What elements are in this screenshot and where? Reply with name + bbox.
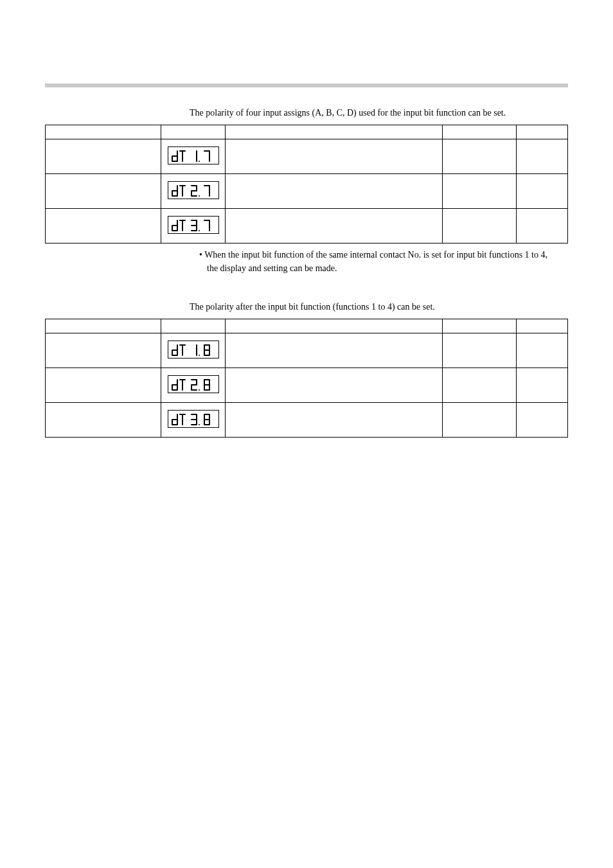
seg-display-di18 (168, 341, 219, 359)
seven-seg-icon (171, 218, 216, 233)
table-header (46, 125, 568, 139)
svg-point-4 (199, 389, 200, 391)
seg-display-di27 (168, 181, 219, 199)
table-polarity-before (45, 125, 568, 244)
seven-seg-icon (171, 342, 216, 358)
page: The polarity of four input assigns (A, B… (0, 0, 613, 438)
table-row (46, 139, 568, 174)
table-row (46, 209, 568, 244)
table-row (46, 403, 568, 438)
svg-point-5 (199, 424, 200, 425)
table-header (46, 319, 568, 333)
section1-note: • When the input bit function of the sam… (199, 249, 549, 275)
table-row (46, 368, 568, 403)
seg-display-di17 (168, 146, 219, 164)
svg-point-0 (199, 161, 200, 162)
svg-point-1 (199, 195, 200, 197)
header-rule (45, 84, 568, 87)
seven-seg-icon (171, 377, 216, 393)
section2-intro: The polarity after the input bit functio… (190, 301, 562, 314)
seven-seg-icon (171, 148, 216, 164)
seg-display-di38 (168, 410, 219, 428)
table-row (46, 333, 568, 368)
svg-point-3 (199, 355, 200, 356)
seg-display-di37 (168, 216, 219, 234)
svg-point-2 (199, 230, 200, 231)
seven-seg-icon (171, 183, 216, 199)
table-row (46, 174, 568, 209)
table-polarity-after (45, 319, 568, 438)
seven-seg-icon (171, 412, 216, 427)
section1-intro: The polarity of four input assigns (A, B… (190, 107, 562, 120)
seg-display-di28 (168, 375, 219, 393)
